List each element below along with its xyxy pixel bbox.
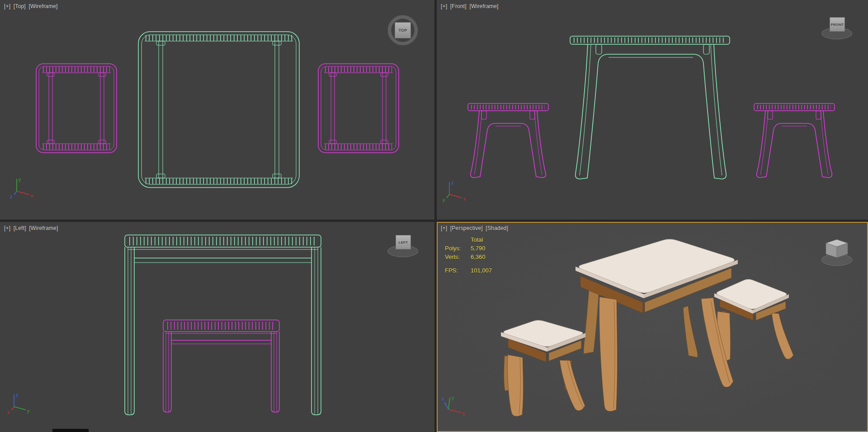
stats-fps-row: FPS: 101,007 — [445, 266, 492, 275]
viewcube-face-label: LEFT — [399, 240, 408, 244]
svg-text:x: x — [463, 197, 466, 202]
viewcube-face-label: TOP — [398, 28, 407, 33]
viewport-general-menu[interactable]: [+] — [4, 225, 10, 231]
viewport-label-top: [+] [Top] [Wireframe] — [4, 3, 59, 9]
viewcube-face[interactable]: TOP — [395, 22, 411, 38]
stats-verts-row: Verts: 6,360 — [445, 253, 492, 261]
viewport-label-perspective: [+] [Perspective] [Shaded] — [441, 225, 509, 231]
stool-wireframe-front-view-right[interactable] — [754, 103, 835, 178]
svg-text:x: x — [31, 193, 33, 198]
viewport-left[interactable]: [+] [Left] [Wireframe] LEFT z y x — [0, 222, 434, 432]
svg-text:z: z — [451, 180, 453, 185]
viewport-pov-menu[interactable]: [Left] — [14, 225, 26, 231]
stool-wireframe-top-view-left[interactable] — [36, 64, 117, 153]
viewcube-face[interactable]: LEFT — [396, 235, 411, 249]
viewport-shading-menu[interactable]: [Shaded] — [486, 225, 508, 231]
world-axis-gizmo: z x y — [442, 178, 469, 202]
stats-fps-label: FPS: — [445, 266, 471, 275]
svg-text:x: x — [462, 411, 465, 416]
viewport-shading-menu[interactable]: [Wireframe] — [469, 3, 498, 9]
stats-verts-label: Verts: — [445, 253, 471, 261]
svg-text:x: x — [7, 410, 9, 415]
svg-text:y: y — [19, 177, 21, 182]
viewcube-left[interactable]: LEFT — [387, 233, 419, 259]
viewcube-top[interactable]: TOP — [388, 15, 418, 45]
svg-text:y: y — [452, 395, 454, 400]
viewport-pov-menu[interactable]: [Front] — [450, 3, 467, 9]
viewport-front[interactable]: [+] [Front] [Wireframe] FRONT z x y — [437, 0, 868, 220]
viewport-layout: [+] [Top] [Wireframe] TOP y x z — [0, 0, 868, 432]
viewcube-perspective[interactable] — [820, 236, 854, 268]
viewcube-front[interactable]: FRONT — [821, 15, 853, 41]
timeline-fragment — [52, 429, 89, 432]
stats-fps-value: 101,007 — [471, 266, 492, 275]
svg-text:z: z — [16, 393, 18, 398]
viewport-general-menu[interactable]: [+] — [4, 3, 10, 9]
table-wireframe-left-view[interactable] — [125, 235, 321, 415]
svg-text:y: y — [443, 197, 445, 202]
viewport-canvas-left[interactable] — [0, 222, 434, 432]
viewport-shading-menu[interactable]: [Wireframe] — [28, 3, 57, 9]
world-axis-gizmo: z y x — [7, 390, 34, 415]
viewcube-face-label: FRONT — [831, 23, 844, 27]
viewport-pov-menu[interactable]: [Top] — [14, 3, 26, 9]
table-wireframe-front-view[interactable] — [570, 36, 730, 179]
viewport-label-front: [+] [Front] [Wireframe] — [441, 3, 500, 9]
table-3d[interactable] — [576, 239, 738, 411]
stats-total-label: Total — [471, 235, 483, 244]
viewport-general-menu[interactable]: [+] — [441, 225, 447, 231]
viewport-canvas-front[interactable] — [437, 0, 868, 220]
stats-polys-label: Polys: — [445, 244, 471, 253]
world-axis-gizmo: y x z — [9, 175, 37, 199]
svg-text:y: y — [27, 409, 29, 413]
svg-text:z: z — [10, 194, 12, 199]
stats-total-row: Total — [445, 235, 492, 244]
stool-3d-right[interactable] — [714, 279, 793, 361]
viewport-canvas-top[interactable] — [0, 0, 434, 220]
viewport-perspective[interactable]: [+] [Perspective] [Shaded] Total Polys: … — [437, 222, 868, 432]
svg-text:z: z — [442, 396, 444, 401]
viewport-shading-menu[interactable]: [Wireframe] — [29, 225, 58, 231]
stool-wireframe-top-view-right[interactable] — [318, 64, 399, 153]
stats-verts-value: 6,360 — [471, 253, 486, 261]
stool-wireframe-front-view-left[interactable] — [468, 103, 548, 178]
viewport-label-left: [+] [Left] [Wireframe] — [4, 225, 59, 231]
stats-polys-row: Polys: 5,790 — [445, 244, 492, 253]
statistics-overlay: Total Polys: 5,790 Verts: 6,360 FPS: 101… — [445, 235, 492, 275]
viewport-canvas-perspective[interactable] — [437, 222, 868, 432]
stool-wireframe-left-view[interactable] — [163, 320, 279, 412]
viewport-pov-menu[interactable]: [Perspective] — [450, 225, 483, 231]
viewport-general-menu[interactable]: [+] — [441, 3, 447, 9]
world-axis-gizmo: y x z — [441, 393, 468, 418]
table-wireframe-top-view[interactable] — [138, 32, 299, 188]
stats-polys-value: 5,790 — [471, 244, 486, 253]
viewport-top[interactable]: [+] [Top] [Wireframe] TOP y x z — [0, 0, 434, 220]
viewcube-face[interactable]: FRONT — [830, 17, 845, 32]
stool-3d-left[interactable] — [501, 320, 585, 416]
